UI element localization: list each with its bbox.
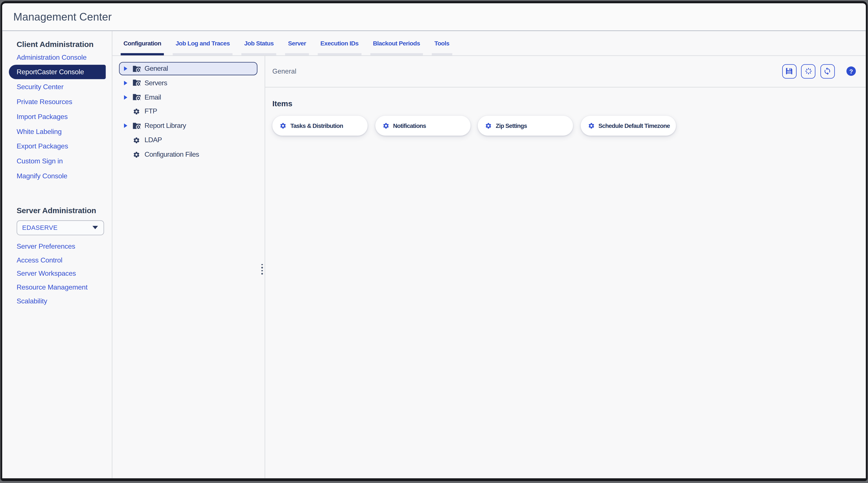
- save-icon: [785, 67, 793, 75]
- configuration-tree: General Servers Email: [112, 56, 265, 478]
- sidebar-item-resource-management[interactable]: Resource Management: [2, 280, 112, 294]
- content-column: Configuration Job Log and Traces Job Sta…: [112, 31, 866, 478]
- tree-item-servers[interactable]: Servers: [119, 76, 257, 90]
- panel-splitter-handle[interactable]: [261, 264, 263, 275]
- sidebar-item-security-center[interactable]: Security Center: [2, 80, 112, 94]
- detail-panel-title: General: [273, 67, 297, 75]
- tab-configuration[interactable]: Configuration: [121, 31, 164, 55]
- gear-icon: [132, 151, 141, 158]
- app-window: Management Center Client Administration …: [1, 1, 868, 481]
- tree-item-label: Servers: [145, 79, 167, 87]
- expand-arrow-icon[interactable]: [124, 124, 131, 128]
- card-zip-settings[interactable]: Zip Settings: [478, 116, 573, 136]
- card-label: Notifications: [393, 122, 426, 129]
- gear-icon: [485, 122, 492, 129]
- tab-job-log-and-traces[interactable]: Job Log and Traces: [173, 31, 232, 55]
- card-schedule-default-timezone[interactable]: Schedule Default Timezone: [580, 116, 676, 136]
- gear-icon: [132, 108, 141, 115]
- tree-item-configuration-files[interactable]: Configuration Files: [119, 148, 257, 161]
- folder-gear-icon: [132, 122, 141, 130]
- tree-item-label: Report Library: [145, 122, 186, 130]
- card-label: Zip Settings: [496, 122, 527, 129]
- sidebar-item-white-labeling[interactable]: White Labeling: [2, 124, 112, 139]
- help-button[interactable]: ?: [846, 67, 856, 76]
- tab-server[interactable]: Server: [285, 31, 309, 55]
- tree-item-ldap[interactable]: LDAP: [119, 133, 257, 147]
- folder-gear-icon: [132, 64, 141, 72]
- server-select-dropdown[interactable]: EDASERVE: [17, 220, 104, 235]
- expand-arrow-icon[interactable]: [124, 81, 131, 85]
- busy-spinner-button[interactable]: [801, 64, 816, 79]
- busy-spinner-icon: [804, 67, 812, 75]
- sidebar-item-reportcaster-console[interactable]: ReportCaster Console: [9, 65, 106, 80]
- tree-item-label: Configuration Files: [145, 151, 199, 158]
- card-label: Schedule Default Timezone: [598, 122, 670, 129]
- sidebar-item-export-packages[interactable]: Export Packages: [2, 139, 112, 154]
- tree-item-label: Email: [145, 93, 161, 101]
- expand-arrow-icon[interactable]: [124, 66, 131, 70]
- sidebar-item-private-resources[interactable]: Private Resources: [2, 94, 112, 109]
- gear-icon: [132, 137, 141, 144]
- tree-item-label: FTP: [145, 108, 157, 115]
- server-administration-section: Server Administration EDASERVE Server Pr…: [2, 206, 112, 308]
- tab-tools[interactable]: Tools: [432, 31, 452, 55]
- gear-icon: [280, 122, 286, 129]
- expand-arrow-icon[interactable]: [124, 95, 131, 99]
- tab-bar: Configuration Job Log and Traces Job Sta…: [112, 31, 866, 56]
- gear-icon: [382, 122, 389, 129]
- detail-panel-body: Items Tasks & Distribution Notifications: [265, 87, 866, 136]
- tree-item-report-library[interactable]: Report Library: [119, 119, 257, 133]
- card-tasks-and-distribution[interactable]: Tasks & Distribution: [273, 116, 368, 136]
- client-administration-heading: Client Administration: [17, 39, 112, 49]
- sidebar-item-server-preferences[interactable]: Server Preferences: [2, 240, 112, 253]
- sidebar-item-access-control[interactable]: Access Control: [2, 253, 112, 267]
- stage: Management Center Client Administration …: [0, 0, 868, 483]
- card-notifications[interactable]: Notifications: [375, 116, 470, 136]
- tree-item-general[interactable]: General: [119, 62, 257, 75]
- refresh-icon: [823, 67, 831, 75]
- tab-job-status[interactable]: Job Status: [242, 31, 277, 55]
- card-label: Tasks & Distribution: [290, 122, 343, 129]
- app-header: Management Center: [2, 3, 866, 31]
- client-administration-list: Administration Console ReportCaster Cons…: [2, 50, 112, 184]
- tree-item-label: General: [145, 65, 168, 72]
- folder-gear-icon: [132, 79, 141, 87]
- gear-icon: [588, 122, 594, 129]
- items-heading: Items: [273, 99, 866, 108]
- tree-item-ftp[interactable]: FTP: [119, 105, 257, 118]
- sidebar-item-server-workspaces[interactable]: Server Workspaces: [2, 267, 112, 280]
- server-select-value: EDASERVE: [22, 224, 58, 231]
- tab-execution-ids[interactable]: Execution IDs: [318, 31, 362, 55]
- sidebar-item-import-packages[interactable]: Import Packages: [2, 109, 112, 124]
- folder-gear-icon: [132, 93, 141, 101]
- sidebar-item-administration-console[interactable]: Administration Console: [2, 50, 112, 65]
- body-row: General Servers Email: [112, 56, 866, 478]
- main-area: Client Administration Administration Con…: [2, 31, 866, 478]
- sidebar-item-scalability[interactable]: Scalability: [2, 294, 112, 308]
- save-button[interactable]: [782, 64, 796, 79]
- detail-toolbar: ?: [782, 64, 856, 79]
- detail-panel-header: General ?: [265, 56, 866, 87]
- detail-panel: General ?: [265, 56, 866, 478]
- refresh-button[interactable]: [820, 64, 835, 79]
- tab-blackout-periods[interactable]: Blackout Periods: [370, 31, 423, 55]
- items-card-row: Tasks & Distribution Notifications Zip S…: [273, 116, 866, 136]
- server-administration-list: Server Preferences Access Control Server…: [2, 240, 112, 308]
- tree-item-label: LDAP: [145, 136, 162, 144]
- tree-item-email[interactable]: Email: [119, 90, 257, 104]
- chevron-down-icon: [92, 226, 98, 229]
- question-mark-icon: ?: [849, 68, 853, 74]
- page-title: Management Center: [13, 10, 112, 23]
- sidebar: Client Administration Administration Con…: [2, 31, 112, 478]
- sidebar-item-custom-sign-in[interactable]: Custom Sign in: [2, 154, 112, 169]
- server-administration-heading: Server Administration: [17, 206, 112, 215]
- sidebar-item-magnify-console[interactable]: Magnify Console: [2, 169, 112, 184]
